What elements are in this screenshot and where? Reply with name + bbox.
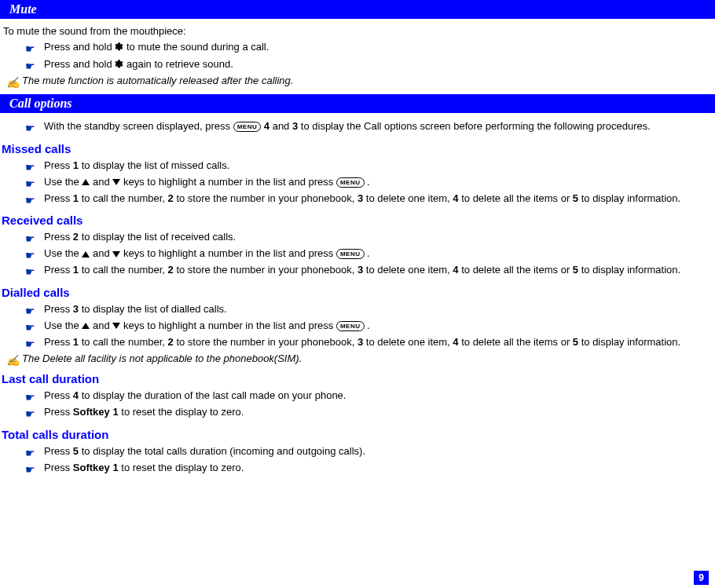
- pointer-icon: ☛: [25, 177, 38, 186]
- note-content: The mute function is automatically relea…: [22, 75, 293, 86]
- list-item: ☛ Press 1 to display the list of missed …: [25, 159, 715, 173]
- text: to reset the display to zero.: [119, 462, 244, 473]
- text: to delete all the items or: [459, 192, 573, 204]
- pointer-icon: ☛: [25, 193, 38, 203]
- key-1: 1: [73, 264, 79, 276]
- pointer-icon: ☛: [25, 160, 38, 170]
- list-item: ☛ Press 5 to display the total calls dur…: [25, 444, 715, 458]
- text: Press and hold: [44, 41, 115, 53]
- text: to display information.: [578, 192, 680, 204]
- key-4: 4: [73, 389, 79, 401]
- key-2: 2: [168, 336, 174, 348]
- softkey-1: Softkey 1: [73, 406, 119, 418]
- text: Use the: [44, 247, 82, 259]
- pointer-icon: ☛: [25, 248, 38, 257]
- text: Press: [44, 406, 73, 418]
- text: Press: [44, 192, 73, 204]
- note-content: The Delete all facility is not applicabl…: [22, 352, 302, 364]
- total-calls-duration-list: ☛ Press 5 to display the total calls dur…: [25, 444, 715, 475]
- mute-intro: To mute the sound from the mouthpiece:: [3, 25, 715, 37]
- text: to display information.: [578, 264, 680, 276]
- missed-calls-list: ☛ Press 1 to display the list of missed …: [25, 159, 715, 206]
- text: Press and hold: [44, 58, 115, 70]
- missed-calls-header: Missed calls: [2, 142, 715, 155]
- hand-icon: ✍: [6, 76, 20, 89]
- pointer-icon: ☛: [25, 304, 38, 313]
- text: With the standby screen displayed, press: [44, 120, 233, 132]
- text: to display information.: [578, 336, 680, 348]
- key-2: 2: [73, 231, 79, 243]
- pointer-icon: ☛: [25, 232, 38, 241]
- list-item: ☛ Press 4 to display the duration of the…: [25, 389, 715, 403]
- key-4: 4: [453, 192, 458, 204]
- total-calls-duration-section: Total calls duration ☛ Press 5 to displa…: [0, 428, 715, 475]
- key-4: 4: [453, 264, 458, 276]
- received-calls-list: ☛ Press 2 to display the list of receive…: [25, 230, 715, 278]
- list-item: ☛ Press Softkey 1 to reset the display t…: [25, 405, 715, 419]
- call-options-section: Call options ☛ With the standby screen d…: [0, 94, 715, 133]
- list-item: ☛ Press 3 to display the list of dialled…: [25, 302, 715, 316]
- asterisk-icon: ✽: [115, 57, 123, 71]
- text: to call the number,: [79, 264, 167, 276]
- list-item: ☛ Use the and keys to highlight a number…: [25, 319, 715, 333]
- page-number: 9: [694, 571, 709, 585]
- text: Press: [44, 159, 73, 171]
- mute-note: ✍ The mute function is automatically rel…: [3, 75, 715, 86]
- pointer-icon: ☛: [25, 446, 38, 455]
- list-item: ☛ With the standby screen displayed, pre…: [25, 119, 715, 133]
- text: to delete one item,: [363, 336, 453, 348]
- pointer-icon: ☛: [25, 265, 38, 274]
- key-3: 3: [73, 303, 79, 315]
- text: Press: [44, 264, 73, 276]
- text: to display the list of dialled calls.: [79, 303, 227, 315]
- text: Press: [44, 389, 73, 401]
- dialled-calls-header: Dialled calls: [2, 286, 715, 299]
- up-arrow-icon: [82, 179, 90, 185]
- softkey-1: Softkey 1: [73, 462, 119, 473]
- down-arrow-icon: [112, 323, 120, 329]
- text: to delete all the items or: [459, 336, 573, 348]
- text: to display the list of missed calls.: [79, 159, 229, 171]
- list-item: ☛ Use the and keys to highlight a number…: [25, 247, 715, 261]
- pointer-icon: ☛: [25, 390, 38, 400]
- received-calls-section: Received calls ☛ Press 2 to display the …: [0, 214, 715, 278]
- text: again to retrieve sound.: [123, 58, 233, 70]
- text: to delete one item,: [363, 264, 453, 276]
- up-arrow-icon: [82, 323, 90, 329]
- key-5: 5: [573, 336, 578, 348]
- key-5: 5: [73, 445, 79, 457]
- total-calls-duration-header: Total calls duration: [2, 428, 715, 441]
- menu-button-icon: MENU: [233, 122, 262, 132]
- text: Press: [44, 462, 73, 473]
- text: to display the total calls duration (inc…: [79, 445, 365, 457]
- text: to store the number in your phonebook,: [174, 264, 358, 276]
- key-2: 2: [168, 264, 174, 276]
- key-5: 5: [573, 264, 578, 276]
- down-arrow-icon: [112, 179, 120, 185]
- down-arrow-icon: [112, 251, 120, 257]
- text: Press: [44, 303, 73, 315]
- text: to delete all the items or: [459, 264, 573, 276]
- text: .: [365, 247, 370, 259]
- key-4: 4: [453, 336, 458, 348]
- text: Press: [44, 336, 73, 348]
- list-item: ☛ Use the and keys to highlight a number…: [25, 175, 715, 189]
- pointer-icon: ☛: [25, 462, 38, 472]
- text: to display the list of received calls.: [79, 231, 236, 243]
- text: and: [270, 120, 292, 132]
- key-1: 1: [73, 336, 79, 348]
- key-5: 5: [573, 192, 578, 204]
- dialled-calls-list: ☛ Press 3 to display the list of dialled…: [25, 302, 715, 350]
- text: to call the number,: [79, 336, 167, 348]
- pointer-icon: ☛: [25, 407, 38, 416]
- text: Press: [44, 231, 73, 243]
- dialled-note: ✍ The Delete all facility is not applica…: [3, 352, 715, 364]
- text: to store the number in your phonebook,: [174, 336, 358, 348]
- text: keys to highlight a number in the list a…: [120, 320, 336, 331]
- list-item: ☛ Press 1 to call the number, 2 to store…: [25, 263, 715, 277]
- last-call-duration-header: Last call duration: [2, 372, 715, 385]
- last-call-duration-section: Last call duration ☛ Press 4 to display …: [0, 372, 715, 419]
- list-item: ☛ Press 2 to display the list of receive…: [25, 230, 715, 244]
- text: to display the Call options screen befor…: [298, 120, 651, 132]
- text: to call the number,: [79, 192, 167, 204]
